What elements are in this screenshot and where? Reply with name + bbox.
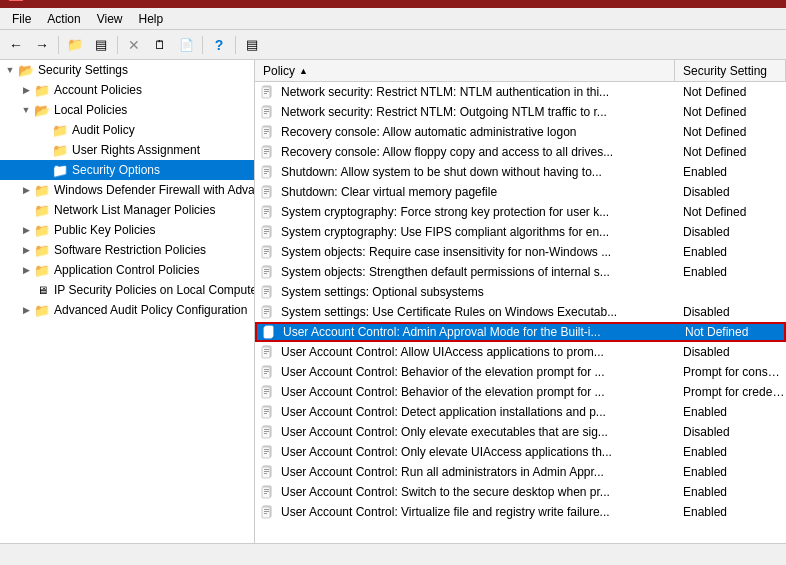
folder-icon-public-key: 📁 xyxy=(34,222,50,238)
svg-rect-29 xyxy=(264,149,269,150)
list-row[interactable]: User Account Control: Detect application… xyxy=(255,402,786,422)
expander-security-settings[interactable]: ▼ xyxy=(2,62,18,78)
forward-button[interactable]: → xyxy=(30,33,54,57)
list-row[interactable]: System cryptography: Force strong key pr… xyxy=(255,202,786,222)
tree-item-windows-defender[interactable]: ▶ 📁 Windows Defender Firewall with Adva.… xyxy=(0,180,254,200)
expander-application-control[interactable]: ▶ xyxy=(18,262,34,278)
delete-button[interactable]: ✕ xyxy=(122,33,146,57)
policy-setting: Prompt for consent for ... xyxy=(683,365,786,379)
window-controls: ─ □ ✕ xyxy=(690,0,778,3)
svg-rect-167 xyxy=(264,493,267,494)
expander-public-key[interactable]: ▶ xyxy=(18,222,34,238)
minimize-button[interactable]: ─ xyxy=(690,0,718,3)
svg-rect-61 xyxy=(264,229,269,230)
list-row[interactable]: User Account Control: Switch to the secu… xyxy=(255,482,786,502)
svg-rect-87 xyxy=(264,293,267,294)
list-row[interactable]: System objects: Require case insensitivi… xyxy=(255,242,786,262)
policy-icon xyxy=(259,303,277,321)
tree-item-user-rights[interactable]: ▶ 📁 User Rights Assignment xyxy=(0,140,254,160)
tree-item-advanced-audit[interactable]: ▶ 📁 Advanced Audit Policy Configuration xyxy=(0,300,254,320)
policy-name: User Account Control: Virtualize file an… xyxy=(281,505,683,519)
menu-action[interactable]: Action xyxy=(39,10,88,28)
close-button[interactable]: ✕ xyxy=(750,0,778,3)
list-header: Policy ▲ Security Setting xyxy=(255,60,786,82)
col-header-setting[interactable]: Security Setting xyxy=(675,60,786,81)
tree-label-security-options: Security Options xyxy=(72,163,160,177)
expander-account-policies[interactable]: ▶ xyxy=(18,82,34,98)
policy-icon xyxy=(259,83,277,101)
list-row[interactable]: User Account Control: Run all administra… xyxy=(255,462,786,482)
list-row[interactable]: Recovery console: Allow automatic admini… xyxy=(255,122,786,142)
tree-item-public-key[interactable]: ▶ 📁 Public Key Policies xyxy=(0,220,254,240)
policy-icon xyxy=(259,123,277,141)
tree-item-account-policies[interactable]: ▶ 📁 Account Policies xyxy=(0,80,254,100)
tree-item-ip-security[interactable]: ▶ 🖥 IP Security Policies on Local Comput… xyxy=(0,280,254,300)
expander-local-policies[interactable]: ▼ xyxy=(18,102,34,118)
export-button[interactable]: 📄 xyxy=(174,33,198,57)
list-row[interactable]: Network security: Restrict NTLM: Outgoin… xyxy=(255,102,786,122)
list-row[interactable]: System objects: Strengthen default permi… xyxy=(255,262,786,282)
svg-rect-159 xyxy=(264,473,267,474)
list-row[interactable]: Shutdown: Clear virtual memory pagefileD… xyxy=(255,182,786,202)
list-row[interactable]: System settings: Use Certificate Rules o… xyxy=(255,302,786,322)
policy-name: System objects: Strengthen default permi… xyxy=(281,265,683,279)
policy-name: User Account Control: Admin Approval Mod… xyxy=(283,325,685,339)
tree-item-security-options[interactable]: ▶ 📁 Security Options xyxy=(0,160,254,180)
tree-item-audit-policy[interactable]: ▶ 📁 Audit Policy xyxy=(0,120,254,140)
folder-icon-windows-defender: 📁 xyxy=(34,182,50,198)
menu-file[interactable]: File xyxy=(4,10,39,28)
tree-label-application-control: Application Control Policies xyxy=(54,263,199,277)
view-button[interactable]: ▤ xyxy=(240,33,264,57)
menu-help[interactable]: Help xyxy=(131,10,172,28)
folder-icon-audit-policy: 📁 xyxy=(52,122,68,138)
tree-item-network-list[interactable]: ▶ 📁 Network List Manager Policies xyxy=(0,200,254,220)
tree-label-user-rights: User Rights Assignment xyxy=(72,143,200,157)
policy-setting: Prompt for credentials xyxy=(683,385,786,399)
properties-button[interactable]: 🗒 xyxy=(148,33,172,57)
expander-software-restriction[interactable]: ▶ xyxy=(18,242,34,258)
sort-arrow: ▲ xyxy=(299,66,308,76)
list-row[interactable]: System settings: Optional subsystems xyxy=(255,282,786,302)
tree-item-software-restriction[interactable]: ▶ 📁 Software Restriction Policies xyxy=(0,240,254,260)
menu-view[interactable]: View xyxy=(89,10,131,28)
list-row[interactable]: User Account Control: Only elevate UIAcc… xyxy=(255,442,786,462)
back-button[interactable]: ← xyxy=(4,33,28,57)
help-button[interactable]: ? xyxy=(207,33,231,57)
svg-rect-93 xyxy=(264,309,269,310)
svg-rect-21 xyxy=(264,129,269,130)
toolbar-separator-3 xyxy=(202,36,203,54)
svg-rect-143 xyxy=(264,433,267,434)
show-console-button[interactable]: ▤ xyxy=(89,33,113,57)
folder-icon-software-restriction: 📁 xyxy=(34,242,50,258)
list-row[interactable]: Shutdown: Allow system to be shut down w… xyxy=(255,162,786,182)
col-header-policy[interactable]: Policy ▲ xyxy=(255,60,675,81)
svg-rect-135 xyxy=(264,413,267,414)
list-row[interactable]: Network security: Restrict NTLM: NTLM au… xyxy=(255,82,786,102)
tree-item-application-control[interactable]: ▶ 📁 Application Control Policies xyxy=(0,260,254,280)
list-row[interactable]: System cryptography: Use FIPS compliant … xyxy=(255,222,786,242)
folder-button[interactable]: 📁 xyxy=(63,33,87,57)
svg-rect-47 xyxy=(264,193,267,194)
tree-item-security-settings[interactable]: ▼ 📂 Security Settings xyxy=(0,60,254,80)
folder-icon-account-policies: 📁 xyxy=(34,82,50,98)
expander-advanced-audit[interactable]: ▶ xyxy=(18,302,34,318)
tree-item-local-policies[interactable]: ▼ 📂 Local Policies xyxy=(0,100,254,120)
list-row[interactable]: Recovery console: Allow floppy copy and … xyxy=(255,142,786,162)
policy-name: User Account Control: Only elevate UIAcc… xyxy=(281,445,683,459)
policy-name: User Account Control: Allow UIAccess app… xyxy=(281,345,683,359)
list-row[interactable]: User Account Control: Only elevate execu… xyxy=(255,422,786,442)
svg-rect-31 xyxy=(264,153,267,154)
svg-rect-20 xyxy=(262,127,270,138)
svg-rect-22 xyxy=(264,131,269,132)
policy-name: Shutdown: Allow system to be shut down w… xyxy=(281,165,683,179)
policy-name: System cryptography: Force strong key pr… xyxy=(281,205,683,219)
list-row[interactable]: User Account Control: Allow UIAccess app… xyxy=(255,342,786,362)
svg-rect-46 xyxy=(264,191,269,192)
list-row[interactable]: User Account Control: Admin Approval Mod… xyxy=(255,322,786,342)
list-row[interactable]: User Account Control: Behavior of the el… xyxy=(255,382,786,402)
svg-rect-39 xyxy=(264,173,267,174)
expander-windows-defender[interactable]: ▶ xyxy=(18,182,34,198)
list-row[interactable]: User Account Control: Behavior of the el… xyxy=(255,362,786,382)
maximize-button[interactable]: □ xyxy=(720,0,748,3)
list-row[interactable]: User Account Control: Virtualize file an… xyxy=(255,502,786,522)
